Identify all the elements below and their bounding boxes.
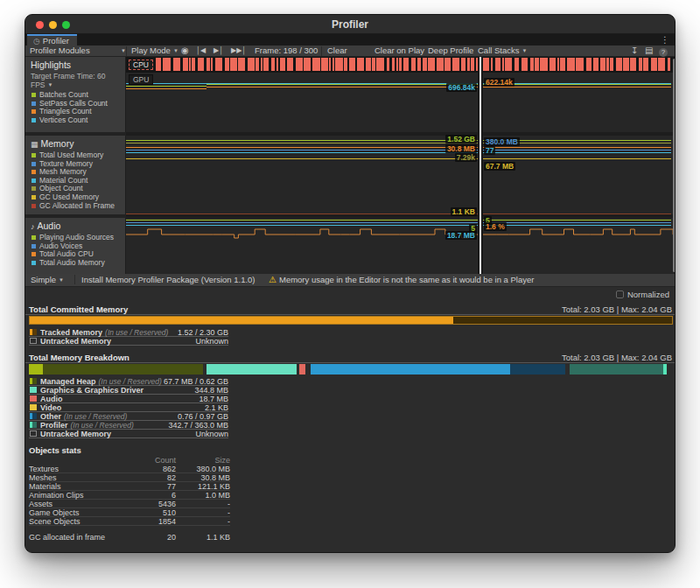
frame-bar[interactable] [312, 58, 320, 71]
frame-bar[interactable] [540, 58, 548, 71]
details-view-dropdown[interactable]: Simple▼ [31, 274, 64, 285]
frame-bar[interactable] [428, 58, 435, 71]
counter-legend-item[interactable]: Vertices Count [25, 116, 125, 125]
memory-legend-row[interactable]: Profiler(In use / Reserved)342.7 / 363.0… [29, 421, 228, 430]
frame-bar[interactable] [639, 58, 642, 71]
frame-bar[interactable] [357, 58, 364, 71]
frame-bar[interactable] [616, 58, 622, 71]
frame-bar[interactable] [461, 58, 466, 71]
frame-bar[interactable] [372, 58, 375, 71]
frame-bar[interactable] [522, 58, 528, 71]
gpu-track-label[interactable]: GPU [129, 74, 153, 85]
memory-legend-row[interactable]: Tracked Memory(In use / Reserved)1.52 / … [29, 328, 228, 337]
memory-legend-row[interactable]: Video2.1 KB [29, 403, 228, 412]
frame-bar[interactable] [192, 58, 195, 71]
frame-bar[interactable] [423, 58, 427, 71]
frame-bar[interactable] [658, 58, 665, 71]
deep-profile-toggle[interactable]: Deep Profile [428, 46, 473, 57]
frame-bar[interactable] [387, 58, 389, 71]
frame-bar[interactable] [411, 58, 416, 71]
frame-bar[interactable] [344, 58, 347, 71]
frame-bar[interactable] [610, 58, 613, 71]
tab-profiler[interactable]: ◷Profiler [27, 34, 77, 46]
normalized-toggle[interactable]: Normalized [616, 290, 669, 299]
frame-bar[interactable] [399, 58, 402, 71]
module-audio[interactable]: ♪AudioPlaying Audio SourcesAudio VoicesT… [25, 218, 126, 274]
frame-bar[interactable] [630, 58, 636, 71]
frame-bar[interactable] [606, 58, 609, 71]
profiler-modules-caret-icon[interactable]: ▼ [118, 46, 126, 57]
memory-legend-row[interactable]: Managed Heap(In use / Reserved)67.7 MB /… [29, 377, 228, 386]
frame-bar[interactable] [276, 58, 278, 71]
memory-breakdown-bar[interactable] [29, 364, 673, 374]
frame-bar[interactable] [238, 58, 245, 71]
frame-bar[interactable] [329, 58, 331, 71]
install-memory-profiler-link[interactable]: Install Memory Profiler Package (Version… [81, 274, 256, 285]
cpu-frame-bars[interactable] [126, 57, 676, 73]
module-memory[interactable]: ▦MemoryTotal Used MemoryTexture MemoryMe… [25, 136, 126, 214]
frame-bar[interactable] [349, 58, 355, 71]
load-profile-icon[interactable]: ↧ [631, 46, 638, 57]
chart-scrollbar[interactable] [673, 59, 676, 272]
prev-frame-button[interactable]: │◀ [196, 46, 206, 57]
committed-memory-bar[interactable] [29, 316, 673, 325]
frame-bar[interactable] [366, 58, 371, 71]
counter-legend-item[interactable]: Total Audio Memory [25, 259, 125, 268]
frame-bar[interactable] [550, 58, 556, 71]
frame-bar[interactable] [560, 58, 565, 71]
record-button[interactable]: ◉ [181, 46, 189, 57]
memory-legend-row[interactable]: Graphics & Graphics Driver344.8 MB [29, 386, 228, 395]
frame-bar[interactable] [396, 58, 398, 71]
playhead[interactable] [478, 57, 483, 274]
frame-bar[interactable] [332, 58, 334, 71]
frame-bar[interactable] [163, 58, 171, 71]
frame-bar[interactable] [335, 58, 343, 71]
frame-bar[interactable] [502, 58, 504, 71]
clear-button[interactable]: Clear [327, 46, 347, 57]
frame-bar[interactable] [495, 58, 500, 71]
frame-bar[interactable] [206, 58, 210, 71]
frame-bar[interactable] [514, 58, 519, 71]
frame-bar[interactable] [287, 58, 293, 71]
frame-bar[interactable] [215, 58, 222, 71]
frame-bar[interactable] [183, 58, 188, 71]
next-frame-button[interactable]: ▶│ [214, 46, 223, 57]
frame-bar[interactable] [600, 58, 606, 71]
frame-bar[interactable] [211, 58, 213, 71]
frame-bar[interactable] [376, 58, 384, 71]
frame-bar[interactable] [271, 58, 275, 71]
frame-bar[interactable] [482, 58, 489, 71]
target-frame-time-dropdown[interactable]: Target Frame Time: 60 FPS▼ [25, 71, 125, 91]
frame-bar[interactable] [173, 58, 180, 71]
tab-menu-icon[interactable]: ⋮ [661, 35, 669, 45]
memory-legend-row[interactable]: Other(In use / Reserved)0.76 / 0.97 GB [29, 412, 228, 421]
frame-bar[interactable] [567, 58, 575, 71]
frame-bar[interactable] [392, 58, 395, 71]
profiler-modules-dropdown[interactable]: Profiler Modules [30, 46, 90, 57]
frame-bar[interactable] [505, 58, 512, 71]
frame-bar[interactable] [296, 58, 303, 71]
frame-bar[interactable] [651, 58, 657, 71]
frame-bar[interactable] [280, 58, 285, 71]
frame-bar[interactable] [248, 58, 255, 71]
frame-bar[interactable] [198, 58, 204, 71]
frame-bar[interactable] [668, 58, 670, 71]
frame-bar[interactable] [535, 58, 539, 71]
frame-bar[interactable] [230, 58, 237, 71]
frame-chart[interactable]: CPU GPU 696.84k622.14k1.52 GB380.0 MB30.… [126, 57, 676, 274]
frame-bar[interactable] [586, 58, 592, 71]
normalized-checkbox[interactable] [616, 290, 624, 298]
toolbar-menu-icon[interactable]: ⋮ [674, 46, 676, 57]
frame-bar[interactable] [156, 58, 161, 71]
frame-bar[interactable] [576, 58, 584, 71]
frame-bar[interactable] [593, 58, 598, 71]
module-highlights[interactable]: HighlightsTarget Frame Time: 60 FPS▼Batc… [25, 57, 126, 132]
counter-legend-item[interactable]: GC Allocated In Frame [25, 202, 125, 211]
frame-bar[interactable] [225, 58, 229, 71]
save-profile-icon[interactable]: ▤ [645, 46, 653, 57]
frame-bar[interactable] [263, 58, 269, 71]
frame-bar[interactable] [467, 58, 470, 71]
frame-bar[interactable] [261, 58, 262, 71]
frame-bar[interactable] [452, 58, 459, 71]
play-mode-dropdown[interactable]: Play Mode▼ [131, 46, 178, 57]
